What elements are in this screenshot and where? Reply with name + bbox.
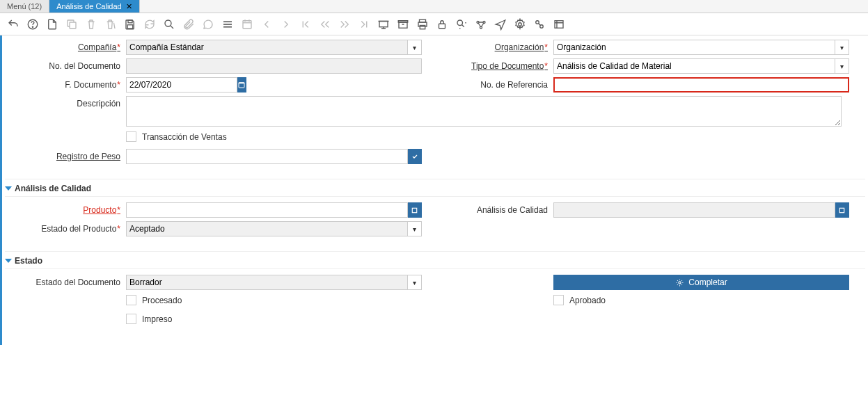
help-icon[interactable] [24,15,42,33]
undo-icon[interactable] [4,15,22,33]
archive-icon[interactable] [394,15,412,33]
label-no-documento: No. del Documento [8,58,126,71]
prev-icon [316,15,334,33]
product-info-icon[interactable] [550,15,568,33]
estado-producto-input[interactable] [126,221,408,236]
svg-rect-30 [839,208,844,212]
label-no-referencia: No. de Referencia [435,77,553,90]
label-tipo-documento: Tipo de Documento [435,58,553,71]
delete-icon [82,15,100,33]
completar-button[interactable]: Completar [553,275,849,290]
no-referencia-input[interactable] [553,77,849,93]
transaccion-ventas-label: Transacción de Ventas [142,132,227,142]
workflow-icon[interactable] [472,15,490,33]
lock-icon[interactable] [433,15,451,33]
close-icon[interactable]: ✕ [126,3,132,10]
tab-analisis-calidad[interactable]: Análisis de Calidad ✕ [49,0,140,13]
svg-rect-14 [399,22,407,28]
label-compania: Compañía [8,40,126,52]
svg-point-21 [483,21,485,23]
grid-toggle-icon[interactable] [219,15,237,33]
svg-rect-17 [420,25,425,29]
search-icon[interactable] [160,15,178,33]
f-documento-input[interactable] [126,77,237,93]
label-descripcion: Descripción [8,96,126,108]
svg-rect-4 [127,24,133,28]
chat-icon [199,15,217,33]
transaccion-ventas-checkbox[interactable]: Transacción de Ventas [126,130,227,142]
tab-active-label: Análisis de Calidad [56,2,122,10]
tipo-documento-dropdown-icon[interactable]: ▾ [835,58,849,74]
svg-point-23 [519,22,522,26]
analisis-calidad-search-icon[interactable] [835,202,849,218]
aprobado-label: Aprobado [569,296,606,305]
collapse-icon [5,259,12,263]
process-icon[interactable] [530,15,549,33]
svg-rect-3 [128,20,132,23]
zoom-across-icon[interactable] [452,15,471,33]
label-estado-documento: Estado del Documento [8,275,126,287]
next-icon [336,15,354,33]
estado-documento-input[interactable] [126,275,408,290]
copy-icon [63,15,81,33]
prev-parent-icon [258,15,276,33]
svg-point-20 [477,21,479,23]
producto-search-icon[interactable] [408,202,422,218]
svg-point-22 [480,26,482,29]
report-icon[interactable] [374,15,393,33]
svg-rect-29 [412,208,416,212]
calendar-icon [238,15,256,33]
svg-point-5 [165,20,171,26]
no-documento-input[interactable] [126,58,422,74]
gear-icon[interactable] [511,15,529,33]
svg-rect-13 [379,21,388,26]
svg-rect-26 [555,20,563,28]
compania-input[interactable] [126,40,408,55]
procesado-label: Procesado [142,296,182,305]
impreso-checkbox[interactable]: Impreso [126,312,172,324]
attachment-icon [180,15,198,33]
analisis-calidad-input[interactable] [553,202,835,218]
procesado-checkbox[interactable]: Procesado [126,294,182,305]
section-header-estado[interactable]: Estado [5,253,865,269]
tab-bar: Menú (12) Análisis de Calidad ✕ [0,0,868,13]
estado-producto-dropdown-icon[interactable]: ▾ [408,221,422,236]
tipo-documento-input[interactable] [553,58,835,74]
compania-dropdown-icon[interactable]: ▾ [408,40,422,55]
form-container: Compañía ▾ Organización ▾ No. del Docume… [0,35,868,345]
toolbar [0,13,868,35]
estado-documento-dropdown-icon[interactable]: ▾ [408,275,422,290]
label-analisis-calidad: Análisis de Calidad [435,202,553,215]
svg-point-19 [457,20,463,26]
svg-rect-18 [439,24,445,29]
svg-rect-27 [239,83,244,88]
refresh-icon [141,15,159,33]
tab-menu[interactable]: Menú (12) [0,0,49,13]
label-organizacion: Organización [435,40,553,52]
save-icon[interactable] [121,15,139,33]
svg-rect-9 [243,20,251,28]
delete-all-icon [102,15,120,33]
registro-peso-input[interactable] [126,149,408,164]
svg-rect-2 [70,22,76,29]
organizacion-input[interactable] [553,40,835,55]
tab-menu-label: Menú (12) [7,2,42,10]
svg-point-1 [32,26,33,27]
aprobado-checkbox[interactable]: Aprobado [553,294,606,305]
completar-label: Completar [688,278,727,287]
calendar-picker-icon[interactable] [237,77,246,93]
label-registro-peso: Registro de Peso [8,149,126,161]
print-icon[interactable] [413,15,432,33]
new-icon[interactable] [43,15,61,33]
descripcion-textarea[interactable] [126,96,842,127]
svg-point-31 [679,281,681,283]
collapse-icon [5,186,12,191]
section-header-analisis[interactable]: Análisis de Calidad [5,181,865,197]
registro-peso-action-icon[interactable] [408,149,422,164]
label-producto: Producto [8,202,126,215]
organizacion-dropdown-icon[interactable]: ▾ [835,40,849,55]
send-icon[interactable] [491,15,510,33]
label-f-documento: F. Documento [8,77,126,90]
producto-input[interactable] [126,202,408,218]
impreso-label: Impreso [142,314,172,324]
